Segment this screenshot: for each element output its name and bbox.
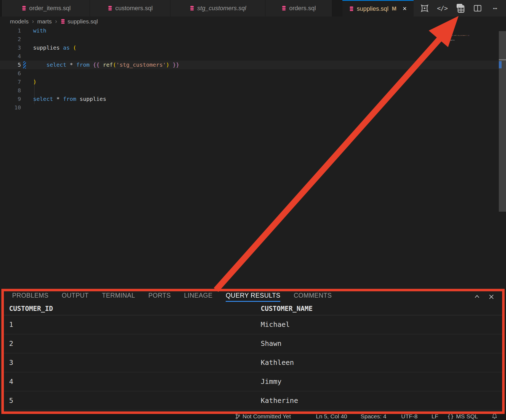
line-number: 3	[0, 44, 21, 52]
status-item-label: UTF-8	[401, 413, 418, 420]
line-code: supplies as (	[33, 44, 76, 52]
code-line-7[interactable]: 7)	[0, 78, 506, 86]
tab-close-icon[interactable]: ✕	[403, 6, 407, 12]
status-item-label: Spaces: 4	[361, 413, 386, 420]
panel-tab-ports[interactable]: PORTS	[148, 292, 171, 302]
cell-customer-name: Katherine	[255, 391, 502, 410]
status-item-label: Not Committed Yet	[243, 413, 291, 420]
git-branch-icon	[235, 413, 240, 419]
cell-customer-id: 2	[4, 334, 255, 353]
breadcrumb-item-marts[interactable]: marts	[37, 18, 52, 25]
code-line-9[interactable]: 9select * from supplies	[0, 95, 506, 103]
overview-ruler-cursor-marker	[499, 59, 506, 60]
status-item-lf[interactable]: LF	[432, 413, 438, 420]
table-row[interactable]: 1Michael	[4, 315, 502, 334]
bell-icon	[492, 413, 497, 419]
breadcrumb-item-file[interactable]: supplies.sql	[68, 18, 98, 25]
line-code: with	[33, 26, 46, 35]
cell-customer-id: 4	[4, 372, 255, 391]
chevron-up-icon[interactable]	[473, 293, 481, 300]
breadcrumb-separator: ›	[32, 18, 34, 25]
cell-customer-name: Jimmy	[255, 372, 502, 391]
table-row[interactable]: 3Kathleen	[4, 353, 502, 372]
column-header-customer-id[interactable]: CUSTOMER_ID	[4, 302, 255, 315]
code-line-1[interactable]: 1with	[0, 26, 506, 35]
panel-tab-query-results[interactable]: QUERY RESULTS	[226, 292, 280, 302]
panel-tab-output[interactable]: OUTPUT	[62, 292, 89, 302]
code-line-10[interactable]: 10	[0, 103, 506, 112]
tab-label: customers.sql	[115, 5, 153, 12]
status-item-spaces-4[interactable]: Spaces: 4	[361, 413, 386, 420]
tab-stg_customers-sql[interactable]: stg_customers.sql	[171, 0, 265, 17]
query-results-table: CUSTOMER_ID CUSTOMER_NAME 1Michael2Shawn…	[4, 302, 502, 411]
panel-tab-terminal[interactable]: TERMINAL	[102, 292, 135, 302]
breadcrumb: models › marts › supplies.sql	[2, 17, 506, 26]
column-header-customer-name[interactable]: CUSTOMER_NAME	[255, 302, 502, 315]
cell-customer-name: Michael	[255, 315, 502, 334]
minimap[interactable]: withsupplies as ( select * from {{ ref('…	[440, 30, 498, 42]
code-line-2[interactable]: 2	[0, 35, 506, 44]
table-row[interactable]: 2Shawn	[4, 334, 502, 353]
status-item-not-committed-yet[interactable]: Not Committed Yet	[235, 413, 291, 420]
editor-scrollbar[interactable]	[499, 31, 506, 212]
overview-ruler-modified-marker	[499, 61, 502, 68]
database-file-icon	[22, 6, 26, 11]
panel-tab-comments[interactable]: COMMENTS	[294, 292, 332, 302]
cell-customer-id: 3	[4, 353, 255, 372]
tab-orders-sql[interactable]: orders.sql	[265, 0, 332, 17]
panel-actions	[473, 291, 495, 302]
line-code: select * from supplies	[33, 95, 106, 103]
tab-label: orders.sql	[289, 5, 316, 12]
line-number: 1	[0, 26, 21, 35]
code-editor[interactable]: 1with23supplies as (45 select * from {{ …	[0, 26, 506, 289]
status-item-utf-8[interactable]: UTF-8	[401, 413, 418, 420]
dbt-icon[interactable]	[419, 3, 430, 14]
status-item-bell-icon[interactable]	[492, 413, 497, 419]
line-code: )	[33, 78, 36, 86]
database-file-icon	[190, 6, 195, 11]
vscode-window: order_items.sqlcustomers.sqlstg_customer…	[0, 0, 506, 420]
panel-tab-problems[interactable]: PROBLEMS	[12, 292, 49, 302]
table-row[interactable]: 5Katherine	[4, 391, 502, 410]
panel-tab-lineage[interactable]: LINEAGE	[184, 292, 212, 302]
tab-customers-sql[interactable]: customers.sql	[90, 0, 171, 17]
code-icon[interactable]: </>	[437, 3, 448, 14]
modified-gutter-indicator	[23, 61, 26, 69]
query-results-icon[interactable]	[454, 3, 465, 14]
braces-icon: {}	[447, 413, 454, 420]
status-item-label: LF	[432, 413, 438, 420]
editor-tab-bar: order_items.sqlcustomers.sqlstg_customer…	[0, 0, 506, 17]
code-line-5[interactable]: 5 select * from {{ ref('stg_customers') …	[0, 61, 506, 69]
code-line-3[interactable]: 3supplies as (	[0, 44, 506, 52]
cell-customer-name: Shawn	[255, 334, 502, 353]
breadcrumb-item-models[interactable]: models	[10, 18, 29, 25]
tab-order_items-sql[interactable]: order_items.sql	[2, 0, 90, 17]
more-actions-icon[interactable]: ⋯	[490, 3, 501, 14]
database-file-icon	[60, 19, 65, 24]
results-header-row: CUSTOMER_ID CUSTOMER_NAME	[4, 302, 502, 315]
table-row[interactable]: 4Jimmy	[4, 372, 502, 391]
cell-customer-name: Kathleen	[255, 353, 502, 372]
tab-supplies-sql[interactable]: supplies.sqlM✕	[342, 0, 414, 17]
minimap-modified-marker	[438, 35, 440, 37]
close-icon[interactable]	[488, 293, 495, 300]
status-item-ln-5-col-40[interactable]: Ln 5, Col 40	[316, 413, 347, 420]
status-item-label: MS SQL	[456, 413, 478, 420]
cell-customer-id: 5	[4, 391, 255, 410]
editor-actions-toolbar: </>⋯	[414, 0, 506, 17]
code-line-4[interactable]: 4	[0, 52, 506, 61]
split-editor-icon[interactable]	[472, 3, 483, 14]
breadcrumb-separator: ›	[55, 18, 57, 25]
line-number: 5	[0, 61, 21, 69]
code-line-8[interactable]: 8	[0, 86, 506, 95]
line-number: 10	[0, 103, 21, 112]
status-bar: Not Committed YetLn 5, Col 40Spaces: 4UT…	[0, 411, 506, 420]
line-number: 4	[0, 52, 21, 61]
line-code: select * from {{ ref('stg_customers') }}	[33, 61, 179, 69]
cell-customer-id: 1	[4, 315, 255, 334]
status-item-ms-sql[interactable]: {}MS SQL	[447, 413, 478, 420]
code-line-6[interactable]: 6	[0, 69, 506, 78]
line-number: 2	[0, 35, 21, 44]
tab-label: order_items.sql	[29, 5, 71, 12]
tab-label: supplies.sql	[357, 5, 388, 12]
